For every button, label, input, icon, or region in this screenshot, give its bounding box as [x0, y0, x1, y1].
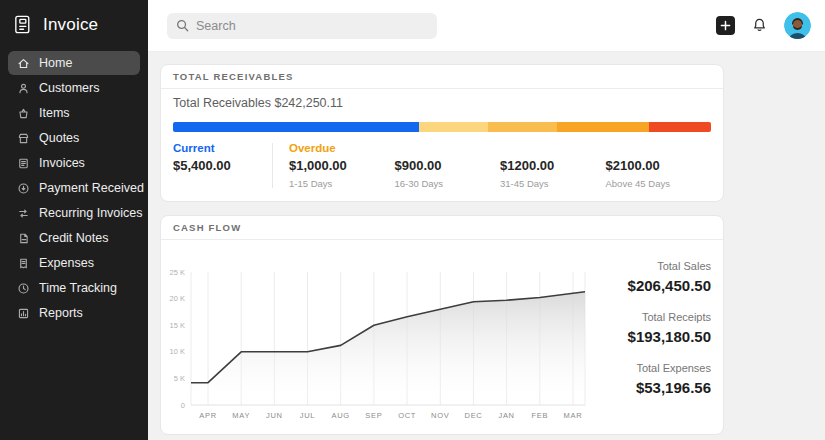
- sidebar-item-expenses[interactable]: Expenses: [8, 251, 140, 275]
- current-value: $5,400.00: [173, 158, 272, 174]
- total-receivables-card: TOTAL RECEIVABLES Total Receivables $242…: [160, 64, 724, 202]
- overdue-value: $2100.00: [606, 158, 712, 174]
- receivables-progress-bar: [173, 122, 711, 132]
- svg-text:OCT: OCT: [398, 411, 416, 420]
- sidebar-item-label: Reports: [39, 306, 83, 320]
- sidebar-item-credit-notes[interactable]: Credit Notes: [8, 226, 140, 250]
- sidebar-item-label: Credit Notes: [39, 231, 108, 245]
- overdue-period: Above 45 Days: [606, 178, 712, 190]
- payment-icon: [17, 182, 30, 195]
- overdue-period: 31-45 Days: [500, 178, 606, 190]
- svg-text:SEP: SEP: [365, 411, 382, 420]
- sidebar-item-recurring-invoices[interactable]: Recurring Invoices: [8, 201, 140, 225]
- svg-text:JUN: JUN: [266, 411, 283, 420]
- search-icon: [176, 19, 189, 32]
- recurring-icon: [17, 207, 30, 220]
- cash-flow-title: CASH FLOW: [161, 216, 723, 240]
- svg-text:MAR: MAR: [564, 411, 583, 420]
- sidebar-item-label: Home: [39, 56, 72, 70]
- creditnotes-icon: [17, 232, 30, 245]
- app-title: Invoice: [43, 15, 98, 35]
- expenses-icon: [17, 257, 30, 270]
- sidebar-item-label: Payment Received: [39, 181, 144, 195]
- cashflow-totals: Total Sales $206,450.50 Total Receipts $…: [587, 248, 711, 428]
- svg-text:FEB: FEB: [531, 411, 548, 420]
- sidebar-item-time-tracking[interactable]: Time Tracking: [8, 276, 140, 300]
- overdue-period: 16-30 Days: [395, 178, 501, 190]
- topbar: [148, 0, 825, 52]
- overdue-bucket-4: $2100.00 Above 45 Days: [606, 141, 712, 190]
- total-expenses: Total Expenses $53,196.56: [636, 362, 711, 397]
- total-receipts: Total Receipts $193,180.50: [628, 311, 711, 346]
- svg-text:JUL: JUL: [300, 411, 315, 420]
- svg-text:20 K: 20 K: [170, 294, 185, 303]
- topbar-actions: [716, 12, 811, 39]
- receivables-bar-segment-1: [173, 122, 419, 132]
- total-receivables-title: TOTAL RECEIVABLES: [161, 65, 723, 89]
- overdue-bucket-3: $1200.00 31-45 Days: [500, 141, 606, 190]
- divider: [272, 143, 273, 188]
- sidebar-item-label: Expenses: [39, 256, 94, 270]
- customers-icon: [17, 82, 30, 95]
- svg-text:25 K: 25 K: [170, 268, 185, 277]
- overdue-bucket-1: Overdue $1,000.00 1-15 Days: [289, 141, 395, 190]
- sidebar-item-items[interactable]: Items: [8, 101, 140, 125]
- items-icon: [17, 107, 30, 120]
- receivables-bar-segment-3: [488, 122, 557, 132]
- dashboard-content: TOTAL RECEIVABLES Total Receivables $242…: [148, 52, 825, 440]
- sidebar-item-home[interactable]: Home: [8, 51, 140, 75]
- overdue-value: $1,000.00: [289, 158, 395, 174]
- total-receivables-summary: Total Receivables $242,250.11: [173, 96, 711, 110]
- current-receivables: Current $5,400.00: [173, 141, 272, 190]
- svg-text:NOV: NOV: [431, 411, 449, 420]
- cashflow-area-chart: 05 K10 K15 K20 K25 KAPRMAYJUNJULAUGSEPOC…: [167, 248, 587, 424]
- sidebar-item-label: Items: [39, 106, 70, 120]
- time-icon: [17, 282, 30, 295]
- user-avatar[interactable]: [784, 12, 811, 39]
- sidebar-item-payment-received[interactable]: Payment Received: [8, 176, 140, 200]
- svg-text:10 K: 10 K: [170, 347, 185, 356]
- app-logo: Invoice: [0, 0, 148, 51]
- svg-text:DEC: DEC: [465, 411, 483, 420]
- overdue-value: $1200.00: [500, 158, 606, 174]
- receivables-bar-segment-5: [649, 122, 711, 132]
- reports-icon: [17, 307, 30, 320]
- search-input[interactable]: [196, 19, 428, 33]
- svg-text:5 K: 5 K: [174, 374, 185, 383]
- svg-text:0: 0: [181, 401, 185, 410]
- search-box[interactable]: [167, 13, 437, 39]
- quotes-icon: [17, 132, 30, 145]
- sidebar-item-label: Invoices: [39, 156, 85, 170]
- receivables-bar-segment-4: [557, 122, 648, 132]
- sidebar-item-reports[interactable]: Reports: [8, 301, 140, 325]
- overdue-period: 1-15 Days: [289, 178, 395, 190]
- notifications-button[interactable]: [751, 17, 768, 34]
- svg-text:MAY: MAY: [232, 411, 250, 420]
- main-area: TOTAL RECEIVABLES Total Receivables $242…: [148, 0, 825, 440]
- invoices-icon: [17, 157, 30, 170]
- svg-text:15 K: 15 K: [170, 321, 185, 330]
- sidebar-item-label: Customers: [39, 81, 99, 95]
- home-icon: [17, 57, 30, 70]
- overdue-bucket-2: $900.00 16-30 Days: [395, 141, 501, 190]
- sidebar-item-customers[interactable]: Customers: [8, 76, 140, 100]
- receivables-bar-segment-2: [419, 122, 487, 132]
- total-sales: Total Sales $206,450.50: [628, 260, 711, 295]
- svg-text:AUG: AUG: [332, 411, 350, 420]
- plus-icon: [720, 20, 731, 31]
- add-new-button[interactable]: [716, 16, 735, 35]
- overdue-label: Overdue: [289, 141, 395, 155]
- overdue-value: $900.00: [395, 158, 501, 174]
- sidebar-nav: HomeCustomersItemsQuotesInvoicesPayment …: [0, 51, 148, 326]
- sidebar-item-label: Quotes: [39, 131, 79, 145]
- svg-text:APR: APR: [199, 411, 217, 420]
- invoice-logo-icon: [12, 13, 35, 36]
- sidebar-item-label: Time Tracking: [39, 281, 117, 295]
- sidebar-item-quotes[interactable]: Quotes: [8, 126, 140, 150]
- bell-icon: [751, 17, 768, 34]
- current-label: Current: [173, 141, 272, 155]
- sidebar-item-label: Recurring Invoices: [39, 206, 143, 220]
- avatar-photo-icon: [784, 12, 811, 39]
- svg-text:JAN: JAN: [498, 411, 514, 420]
- sidebar-item-invoices[interactable]: Invoices: [8, 151, 140, 175]
